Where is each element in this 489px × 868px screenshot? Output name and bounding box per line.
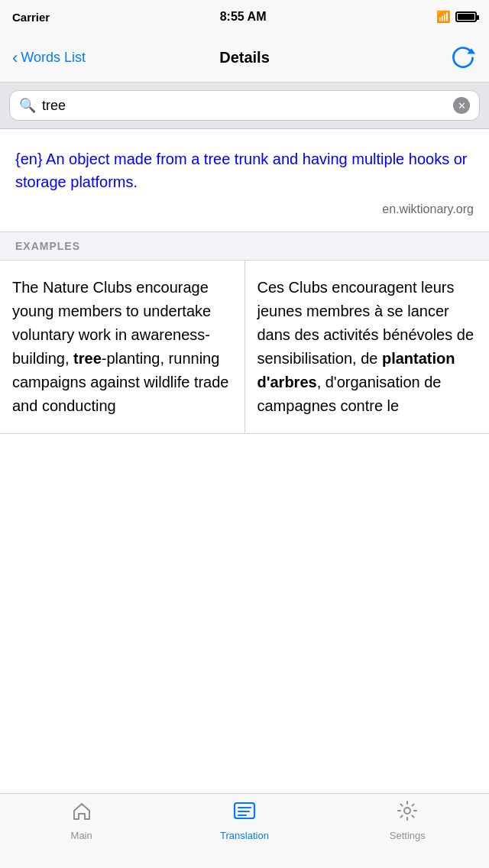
tab-main[interactable]: Main [0, 800, 163, 841]
search-bar: 🔍 ✕ [9, 90, 480, 121]
carrier-label: Carrier [12, 11, 50, 24]
status-bar: Carrier 8:55 AM 📶 [0, 0, 489, 34]
settings-tab-icon [397, 800, 418, 827]
time-label: 8:55 AM [220, 10, 267, 24]
nav-bar: ‹ Words List Details [0, 34, 489, 83]
source-link[interactable]: en.wiktionary.org [15, 193, 474, 219]
refresh-icon [449, 43, 477, 70]
search-bar-container: 🔍 ✕ [0, 83, 489, 129]
main-content: {en} An object made from a tree trunk an… [0, 129, 489, 796]
tab-settings[interactable]: Settings [326, 800, 489, 841]
tab-bar: Main Translation Settings [0, 793, 489, 868]
svg-point-5 [404, 808, 410, 814]
back-button[interactable]: ‹ Words List [12, 50, 86, 66]
translation-tab-icon [232, 800, 257, 827]
example-bold-translation: plantation d'arbres [257, 350, 455, 390]
examples-header: EXAMPLES [0, 232, 489, 261]
examples-content: The Nature Clubs encourage young members… [0, 261, 489, 434]
tab-translation[interactable]: Translation [163, 800, 325, 841]
settings-tab-label: Settings [390, 830, 426, 841]
wifi-icon: 📶 [436, 10, 451, 24]
battery-icon [455, 11, 477, 22]
clear-search-button[interactable]: ✕ [453, 97, 470, 114]
definition-text: {en} An object made from a tree trunk an… [15, 147, 474, 193]
search-icon: 🔍 [19, 97, 36, 114]
back-label: Words List [21, 50, 86, 66]
page-title: Details [219, 49, 270, 66]
definition-area: {en} An object made from a tree trunk an… [0, 129, 489, 232]
search-input[interactable] [42, 98, 447, 114]
main-tab-label: Main [71, 830, 92, 841]
definition-body: An object made from a tree trunk and hav… [15, 151, 467, 190]
refresh-button[interactable] [449, 43, 477, 73]
main-tab-icon [71, 800, 92, 827]
translation-tab-label: Translation [220, 830, 269, 841]
back-chevron-icon: ‹ [12, 50, 18, 66]
example-original: The Nature Clubs encourage young members… [0, 261, 245, 433]
example-translation: Ces Clubs encouragent leurs jeunes membr… [245, 261, 490, 433]
examples-label: EXAMPLES [15, 240, 80, 252]
example-bold-original: tree [73, 350, 102, 367]
status-icons: 📶 [436, 10, 477, 24]
definition-lang: {en} [15, 151, 43, 167]
